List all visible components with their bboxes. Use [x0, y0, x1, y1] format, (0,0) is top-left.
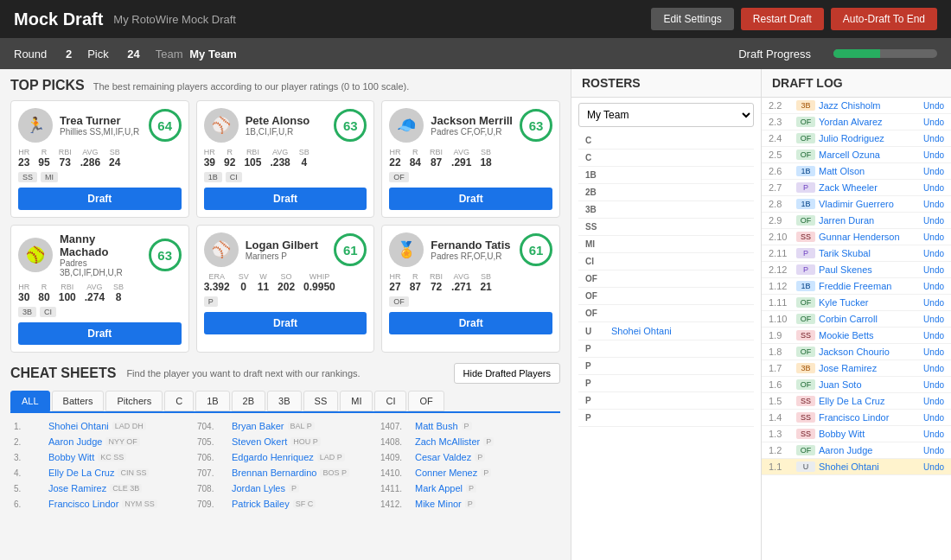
cheat-tab[interactable]: 2B	[232, 391, 265, 411]
undo-button[interactable]: Undo	[923, 282, 944, 291]
draft-log-row: 2.5 OF Marcell Ozuna Undo	[762, 147, 951, 163]
draft-log-name[interactable]: Vladimir Guerrero	[819, 199, 920, 209]
undo-button[interactable]: Undo	[923, 200, 944, 209]
undo-button[interactable]: Undo	[923, 364, 944, 373]
cheat-tag: P	[475, 453, 485, 461]
undo-button[interactable]: Undo	[923, 232, 944, 242]
draft-log-name[interactable]: Jarren Duran	[819, 215, 920, 226]
undo-button[interactable]: Undo	[923, 183, 944, 193]
pick-card: ⚾ Logan Gilbert Mariners P 61 ERA 3.392 …	[196, 225, 375, 353]
undo-button[interactable]: Undo	[923, 462, 944, 472]
cheat-tab[interactable]: 3B	[267, 391, 301, 411]
cheat-player-name[interactable]: Aaron Judge	[48, 436, 102, 447]
undo-button[interactable]: Undo	[923, 298, 944, 308]
undo-button[interactable]: Undo	[923, 315, 944, 324]
draft-button[interactable]: Draft	[389, 188, 552, 210]
draft-log-name[interactable]: Elly De La Cruz	[819, 396, 920, 406]
cheat-tab[interactable]: ALL	[10, 391, 50, 411]
cheat-player-name[interactable]: Brennan Bernardino	[232, 468, 316, 478]
cheat-player-name[interactable]: Francisco Lindor	[48, 499, 118, 509]
cheat-tab[interactable]: OF	[408, 391, 444, 411]
undo-button[interactable]: Undo	[923, 331, 944, 340]
draft-button[interactable]: Draft	[204, 312, 367, 334]
draft-log-name[interactable]: Jazz Chisholm	[819, 100, 920, 111]
hide-drafted-button[interactable]: Hide Drafted Players	[454, 363, 561, 384]
cheat-player-name[interactable]: Shohei Ohtani	[48, 421, 109, 431]
cheat-tab[interactable]: Pitchers	[105, 391, 163, 411]
draft-log-name[interactable]: Jose Ramirez	[819, 363, 920, 373]
draft-button[interactable]: Draft	[389, 312, 552, 334]
cheat-player-name[interactable]: Bobby Witt	[48, 452, 94, 462]
draft-log-name[interactable]: Bobby Witt	[819, 429, 920, 439]
stat-item: AVG .271	[451, 272, 471, 293]
draft-log-name[interactable]: Shohei Ohtani	[819, 461, 920, 472]
undo-button[interactable]: Undo	[923, 446, 944, 455]
draft-log-name[interactable]: Tarik Skubal	[819, 248, 920, 258]
draft-log-name[interactable]: Matt Olson	[819, 166, 920, 176]
cheat-tab[interactable]: MI	[340, 391, 373, 411]
roster-pos: OF	[585, 274, 606, 283]
restart-draft-button[interactable]: Restart Draft	[741, 8, 824, 30]
stat-item: AVG .291	[451, 148, 471, 169]
cheat-player-name[interactable]: Matt Bush	[415, 421, 458, 431]
draft-log-name[interactable]: Marcell Ozuna	[819, 150, 920, 160]
cheat-tab[interactable]: CI	[374, 391, 406, 411]
draft-log-name[interactable]: Aaron Judge	[819, 445, 920, 455]
cheat-column: 1. Shohei Ohtani LAD DH 2. Aaron Judge N…	[10, 418, 194, 512]
roster-team-select[interactable]: My Team	[578, 103, 754, 127]
cheat-player-name[interactable]: Mike Minor	[415, 499, 462, 509]
draft-log-name[interactable]: Julio Rodriguez	[819, 133, 920, 143]
draft-log-pos: SS	[796, 232, 815, 242]
draft-log-name[interactable]: Kyle Tucker	[819, 297, 920, 308]
cheat-player-name[interactable]: Edgardo Henriquez	[232, 452, 314, 462]
auto-draft-button[interactable]: Auto-Draft To End	[831, 8, 937, 30]
cheat-player-name[interactable]: Mark Appel	[415, 483, 463, 493]
draft-log-name[interactable]: Corbin Carroll	[819, 314, 920, 324]
cheat-tab[interactable]: Batters	[52, 391, 105, 411]
cheat-player-name[interactable]: Jose Ramirez	[48, 483, 106, 493]
edit-settings-button[interactable]: Edit Settings	[651, 8, 733, 30]
draft-log-name[interactable]: Gunnar Henderson	[819, 232, 920, 242]
cheat-tab[interactable]: C	[164, 391, 194, 411]
draft-log-name[interactable]: Mookie Betts	[819, 330, 920, 340]
undo-button[interactable]: Undo	[923, 134, 944, 143]
draft-log-name[interactable]: Zack Wheeler	[819, 182, 920, 193]
cheat-player-name[interactable]: Cesar Valdez	[415, 452, 471, 462]
cheat-tag: BOS P	[320, 468, 349, 477]
draft-log-name[interactable]: Juan Soto	[819, 379, 920, 390]
undo-button[interactable]: Undo	[923, 249, 944, 258]
cheat-tab[interactable]: SS	[303, 391, 339, 411]
draft-log-name[interactable]: Paul Skenes	[819, 264, 920, 275]
undo-button[interactable]: Undo	[923, 167, 944, 176]
draft-log-name[interactable]: Freddie Freeman	[819, 281, 920, 291]
cheat-player-name[interactable]: Zach McAllister	[415, 436, 480, 447]
cheat-tab[interactable]: 1B	[195, 391, 229, 411]
undo-button[interactable]: Undo	[923, 150, 944, 160]
undo-button[interactable]: Undo	[923, 397, 944, 406]
draft-button[interactable]: Draft	[204, 188, 367, 210]
undo-button[interactable]: Undo	[923, 118, 944, 127]
undo-button[interactable]: Undo	[923, 430, 944, 439]
draft-button[interactable]: Draft	[18, 322, 182, 345]
cheat-player-name[interactable]: Conner Menez	[415, 468, 477, 478]
undo-button[interactable]: Undo	[923, 413, 944, 423]
list-item: 1408. Zach McAllister P	[380, 434, 557, 449]
undo-button[interactable]: Undo	[923, 347, 944, 357]
draft-log-name[interactable]: Yordan Alvarez	[819, 117, 920, 127]
draft-log-row: 1.6 OF Juan Soto Undo	[762, 377, 951, 393]
undo-button[interactable]: Undo	[923, 101, 944, 111]
undo-button[interactable]: Undo	[923, 265, 944, 275]
cheat-player-name[interactable]: Steven Okert	[232, 436, 287, 447]
undo-button[interactable]: Undo	[923, 380, 944, 390]
draft-log-name[interactable]: Francisco Lindor	[819, 412, 920, 423]
draft-button[interactable]: Draft	[18, 188, 182, 210]
cheat-player-name[interactable]: Bryan Baker	[232, 421, 284, 431]
cheat-player-name[interactable]: Elly De La Cruz	[48, 468, 114, 478]
undo-button[interactable]: Undo	[923, 216, 944, 226]
player-avatar: 🧢	[389, 108, 424, 143]
draft-log-name[interactable]: Jackson Chourio	[819, 347, 920, 357]
roster-player[interactable]: Shohei Ohtani	[611, 326, 747, 336]
cheat-player-name[interactable]: Patrick Bailey	[232, 499, 290, 509]
draft-log-pos: OF	[796, 347, 815, 357]
cheat-player-name[interactable]: Jordan Lyles	[232, 483, 285, 493]
